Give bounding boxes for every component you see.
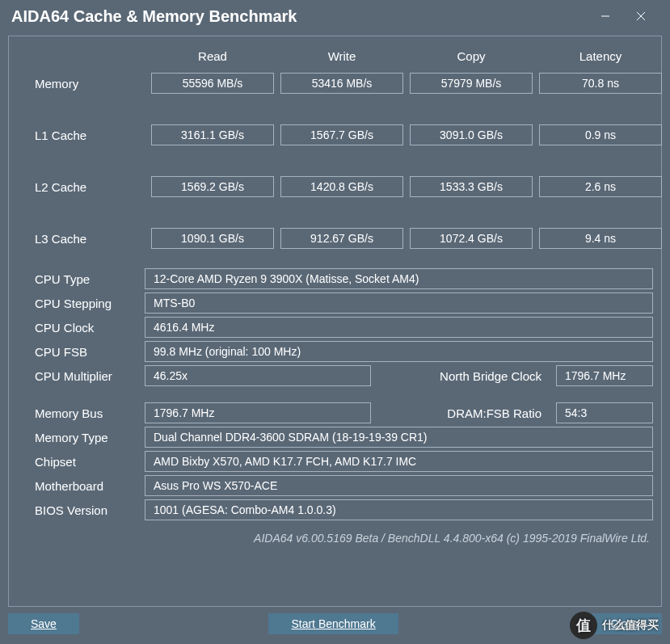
save-button[interactable]: Save (8, 613, 79, 634)
row-cpu-multiplier: CPU Multiplier 46.25x North Bridge Clock… (9, 364, 661, 388)
l2-read[interactable]: 1569.2 GB/s (151, 176, 274, 197)
button-bar: Save Start Benchmark Close (8, 613, 662, 634)
col-latency: Latency (539, 49, 662, 63)
memory-copy[interactable]: 57979 MB/s (410, 73, 533, 94)
row-chipset: Chipset AMD Bixby X570, AMD K17.7 FCH, A… (9, 449, 661, 474)
memory-bus-value[interactable]: 1796.7 MHz (145, 402, 371, 423)
l2-write[interactable]: 1420.8 GB/s (280, 176, 403, 197)
row-l1: L1 Cache 3161.1 GB/s 1567.7 GB/s 3091.0 … (9, 124, 661, 145)
window-title: AIDA64 Cache & Memory Benchmark (11, 7, 588, 26)
dram-ratio-value[interactable]: 54:3 (556, 402, 653, 423)
row-memory-type: Memory Type Dual Channel DDR4-3600 SDRAM… (9, 425, 661, 449)
memory-write[interactable]: 53416 MB/s (280, 73, 403, 94)
l2-latency[interactable]: 2.6 ns (539, 176, 662, 197)
cpu-type-value[interactable]: 12-Core AMD Ryzen 9 3900X (Matisse, Sock… (145, 268, 653, 289)
col-read: Read (151, 49, 274, 63)
motherboard-value[interactable]: Asus Pro WS X570-ACE (145, 475, 653, 496)
label-l1: L1 Cache (9, 128, 145, 142)
dram-ratio-label: DRAM:FSB Ratio (371, 406, 556, 420)
titlebar: AIDA64 Cache & Memory Benchmark (0, 0, 670, 32)
chipset-value[interactable]: AMD Bixby X570, AMD K17.7 FCH, AMD K17.7… (145, 451, 653, 472)
cpu-fsb-value[interactable]: 99.8 MHz (original: 100 MHz) (145, 341, 653, 362)
row-l2: L2 Cache 1569.2 GB/s 1420.8 GB/s 1533.3 … (9, 176, 661, 197)
row-memory-bus: Memory Bus 1796.7 MHz DRAM:FSB Ratio 54:… (9, 401, 661, 425)
row-cpu-fsb: CPU FSB 99.8 MHz (original: 100 MHz) (9, 339, 661, 364)
nb-clock-label: North Bridge Clock (371, 369, 556, 383)
l3-read[interactable]: 1090.1 GB/s (151, 228, 274, 249)
l1-write[interactable]: 1567.7 GB/s (280, 124, 403, 145)
l3-latency[interactable]: 9.4 ns (539, 228, 662, 249)
label-memory: Memory (9, 77, 145, 90)
l1-latency[interactable]: 0.9 ns (539, 124, 662, 145)
memory-read[interactable]: 55596 MB/s (151, 73, 274, 94)
col-copy: Copy (410, 49, 533, 63)
watermark: 值 什么值得买 (570, 612, 659, 639)
row-cpu-clock: CPU Clock 4616.4 MHz (9, 315, 661, 339)
memory-type-value[interactable]: Dual Channel DDR4-3600 SDRAM (18-19-19-3… (145, 427, 653, 448)
watermark-text: 什么值得买 (602, 618, 659, 633)
memory-latency[interactable]: 70.8 ns (539, 73, 662, 94)
row-bios: BIOS Version 1001 (AGESA: Combo-AM4 1.0.… (9, 498, 661, 522)
l1-read[interactable]: 3161.1 GB/s (151, 124, 274, 145)
label-l3: L3 Cache (9, 232, 145, 246)
l3-write[interactable]: 912.67 GB/s (280, 228, 403, 249)
watermark-icon: 值 (570, 612, 597, 639)
cpu-multiplier-value[interactable]: 46.25x (145, 365, 371, 386)
row-motherboard: Motherboard Asus Pro WS X570-ACE (9, 474, 661, 498)
version-footer: AIDA64 v6.00.5169 Beta / BenchDLL 4.4.80… (9, 522, 661, 545)
column-headers: . Read Write Copy Latency (9, 49, 661, 63)
l2-copy[interactable]: 1533.3 GB/s (410, 176, 533, 197)
label-l2: L2 Cache (9, 180, 145, 194)
bios-value[interactable]: 1001 (AGESA: Combo-AM4 1.0.0.3) (145, 499, 653, 520)
row-cpu-stepping: CPU Stepping MTS-B0 (9, 291, 661, 315)
col-write: Write (280, 49, 403, 63)
l3-copy[interactable]: 1072.4 GB/s (410, 228, 533, 249)
minimize-button[interactable] (588, 4, 623, 28)
start-benchmark-button[interactable]: Start Benchmark (268, 613, 398, 634)
l1-copy[interactable]: 3091.0 GB/s (410, 124, 533, 145)
cpu-stepping-value[interactable]: MTS-B0 (145, 293, 653, 314)
row-memory: Memory 55596 MB/s 53416 MB/s 57979 MB/s … (9, 73, 661, 94)
close-button[interactable] (623, 4, 659, 28)
cpu-clock-value[interactable]: 4616.4 MHz (145, 317, 653, 338)
row-cpu-type: CPU Type 12-Core AMD Ryzen 9 3900X (Mati… (9, 267, 661, 291)
row-l3: L3 Cache 1090.1 GB/s 912.67 GB/s 1072.4 … (9, 228, 661, 249)
main-panel: . Read Write Copy Latency Memory 55596 M… (8, 36, 662, 607)
nb-clock-value[interactable]: 1796.7 MHz (556, 365, 653, 386)
